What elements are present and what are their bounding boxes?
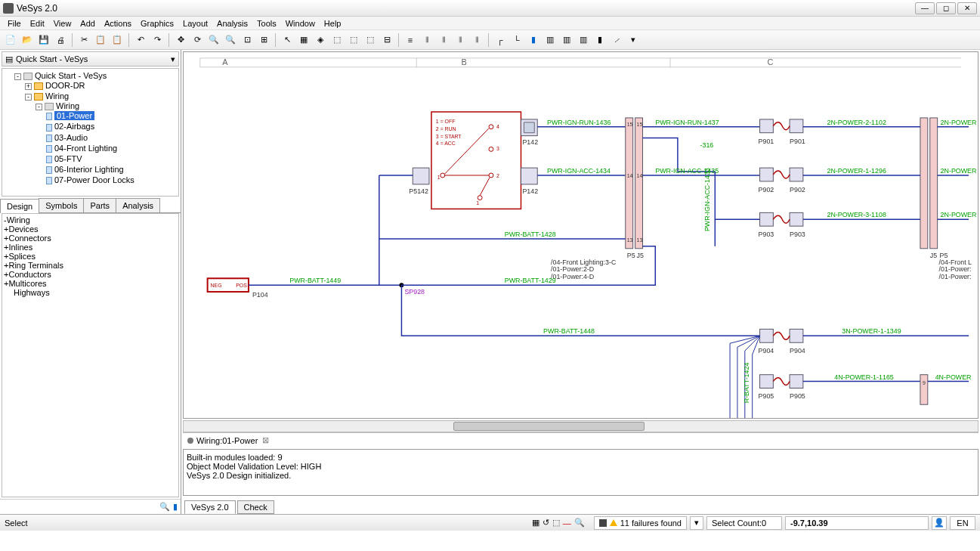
status-icon[interactable]: ⬚ <box>552 518 560 528</box>
quickstart-header[interactable]: ▤ Quick Start - VeSys ▾ <box>2 51 179 67</box>
tree-item-05-ftv[interactable]: 05-FTV <box>46 153 177 164</box>
menu-edit[interactable]: Edit <box>26 17 49 29</box>
doc-tab-close-icon[interactable]: ⊠ <box>262 435 269 445</box>
route2-icon[interactable]: └ <box>509 33 524 48</box>
design-ring-terminals[interactable]: +Ring Terminals <box>4 261 177 270</box>
comp2-icon[interactable]: ▥ <box>543 33 558 48</box>
diagram-canvas[interactable]: A B C NEG POS P104 1 = OFF 2 = RUN 3 = S… <box>183 51 978 419</box>
tab-symbols[interactable]: Symbols <box>39 198 84 212</box>
design-multicores[interactable]: +Multicores <box>4 279 177 288</box>
svg-text:P903: P903 <box>790 231 805 238</box>
select-icon[interactable]: ↖ <box>280 33 295 48</box>
connector-p142-top[interactable]: P142 <box>521 119 538 147</box>
horizontal-scrollbar[interactable] <box>183 420 978 432</box>
status-icon[interactable]: ▦ <box>532 518 539 528</box>
svg-text:1: 1 <box>476 200 479 206</box>
route1-icon[interactable]: ┌ <box>493 33 508 48</box>
status-icon[interactable]: — <box>563 518 571 528</box>
warning-icon <box>610 519 617 526</box>
copy-icon[interactable]: 📋 <box>93 33 108 48</box>
grid-icon[interactable]: ▦ <box>296 33 311 48</box>
tool3-icon[interactable]: ⬚ <box>363 33 378 48</box>
minimize-button[interactable]: — <box>915 2 935 14</box>
design-tree[interactable]: -Wiring +Devices +Connectors +Inlines +S… <box>2 213 179 497</box>
filter-icon[interactable]: ▮ <box>173 502 178 512</box>
comp3-icon[interactable]: ▥ <box>559 33 574 48</box>
svg-text:14: 14 <box>627 173 633 178</box>
comp4-icon[interactable]: ▥ <box>576 33 591 48</box>
zoom-fit-icon[interactable]: ⊡ <box>240 33 255 48</box>
nav-icon[interactable]: ✥ <box>173 33 188 48</box>
menu-actions[interactable]: Actions <box>100 17 136 29</box>
console-tab-vesys[interactable]: VeSys 2.0 <box>184 500 236 514</box>
tree-item-02-airbags[interactable]: 02-Airbags <box>46 121 177 132</box>
refresh-icon[interactable]: ⟳ <box>190 33 205 48</box>
print-icon[interactable]: 🖨 <box>53 33 68 48</box>
comp1-icon[interactable]: ▮ <box>526 33 541 48</box>
scrollbar-thumb[interactable] <box>453 422 644 431</box>
tool4-icon[interactable]: ⊟ <box>379 33 394 48</box>
tree-item-06-interior[interactable]: 06-Interior Lighting <box>46 164 177 175</box>
menu-layout[interactable]: Layout <box>178 17 212 29</box>
design-conductors[interactable]: +Conductors <box>4 270 177 279</box>
menu-window[interactable]: Window <box>281 17 320 29</box>
search-icon[interactable]: 🔍 <box>159 502 170 512</box>
menu-view[interactable]: View <box>49 17 76 29</box>
console-output: Built-in modules loaded: 9 Object Model … <box>183 449 978 496</box>
dd-icon[interactable]: ▾ <box>626 33 641 48</box>
design-highways[interactable]: Highways <box>4 288 177 297</box>
status-user-icon[interactable]: 👤 <box>932 516 947 530</box>
new-icon[interactable]: 📄 <box>3 33 18 48</box>
connector-p5142[interactable]: P5142 <box>409 168 429 195</box>
open-icon[interactable]: 📂 <box>20 33 35 48</box>
tree-item-04-front-lighting[interactable]: 04-Front Lighting <box>46 143 177 153</box>
tree-item-01-power[interactable]: 01-Power <box>46 110 177 121</box>
undo-icon[interactable]: ↶ <box>133 33 148 48</box>
status-icon[interactable]: 🔍 <box>574 518 585 528</box>
design-devices[interactable]: +Devices <box>4 224 177 234</box>
tree-item-07-power-door[interactable]: 07-Power Door Locks <box>46 175 177 185</box>
cut-icon[interactable]: ✂ <box>76 33 91 48</box>
close-button[interactable]: ✕ <box>957 2 977 14</box>
project-tree[interactable]: -Quick Start - VeSys +DOOR-DR -Wiring -W… <box>2 68 179 197</box>
design-inlines[interactable]: +Inlines <box>4 243 177 252</box>
comp5-icon[interactable]: ▮ <box>592 33 607 48</box>
align5-icon[interactable]: ⫴ <box>469 33 484 48</box>
zoom-area-icon[interactable]: ⊞ <box>256 33 271 48</box>
menu-analysis[interactable]: Analysis <box>212 17 252 29</box>
doc-tab-label[interactable]: Wiring:01-Power <box>196 436 258 445</box>
align2-icon[interactable]: ⫴ <box>419 33 434 48</box>
design-connectors[interactable]: +Connectors <box>4 234 177 243</box>
status-lang[interactable]: EN <box>950 516 975 530</box>
menu-tools[interactable]: Tools <box>252 17 281 29</box>
redo-icon[interactable]: ↷ <box>150 33 165 48</box>
tool2-icon[interactable]: ⬚ <box>346 33 361 48</box>
connector-p142-mid[interactable]: P142 <box>521 168 538 195</box>
tab-design[interactable]: Design <box>0 199 39 213</box>
status-icon[interactable]: ↺ <box>543 518 549 528</box>
tree-item-03-audio[interactable]: 03-Audio <box>46 132 177 143</box>
chevron-down-icon[interactable]: ▾ <box>171 54 175 64</box>
svg-rect-53 <box>920 118 928 249</box>
menu-help[interactable]: Help <box>320 17 346 29</box>
menu-graphics[interactable]: Graphics <box>136 17 178 29</box>
wire-icon[interactable]: ⟋ <box>609 33 624 48</box>
zoom-in-icon[interactable]: 🔍 <box>206 33 221 48</box>
tab-analysis[interactable]: Analysis <box>116 198 160 212</box>
design-splices[interactable]: +Splices <box>4 252 177 261</box>
paste-icon[interactable]: 📋 <box>110 33 125 48</box>
align-icon[interactable]: ≡ <box>403 33 418 48</box>
zoom-out-icon[interactable]: 🔍 <box>223 33 238 48</box>
tool-icon[interactable]: ⬚ <box>329 33 345 48</box>
console-tab-check[interactable]: Check <box>237 500 274 514</box>
status-failures[interactable]: 11 failures found <box>594 516 687 530</box>
menu-file[interactable]: File <box>3 17 26 29</box>
save-icon[interactable]: 💾 <box>36 33 51 48</box>
snap-icon[interactable]: ◈ <box>313 33 328 48</box>
tab-parts[interactable]: Parts <box>83 198 116 212</box>
maximize-button[interactable]: ◻ <box>936 2 956 14</box>
align3-icon[interactable]: ⫴ <box>436 33 451 48</box>
align4-icon[interactable]: ⫴ <box>453 33 468 48</box>
menu-add[interactable]: Add <box>76 17 100 29</box>
status-filter[interactable]: ▾ <box>690 516 703 530</box>
